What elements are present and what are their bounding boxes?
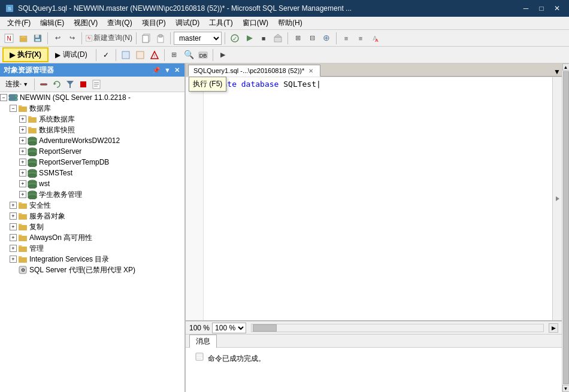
menu-file[interactable]: 文件(F) xyxy=(2,17,35,29)
connect-dropdown-icon[interactable]: ▼ xyxy=(23,81,28,87)
scroll-thumb-v[interactable] xyxy=(563,71,569,384)
oe-stop-btn[interactable] xyxy=(77,78,89,90)
scrollbar-horizontal[interactable] xyxy=(251,324,544,332)
tree-management[interactable]: + 管理 xyxy=(0,243,184,254)
svg-text:🔍: 🔍 xyxy=(184,50,193,60)
open-btn[interactable] xyxy=(17,32,30,45)
menu-debug[interactable]: 调试(D) xyxy=(171,17,205,29)
tree-server-objects[interactable]: + 服务器对象 xyxy=(0,211,184,221)
tb-btn8[interactable]: ≡ xyxy=(340,32,353,45)
oe-arrow-btn[interactable]: ▼ xyxy=(163,66,172,74)
tree-ssmstest[interactable]: + SSMSTest xyxy=(0,168,184,178)
tree-snapshots[interactable]: + 数据库快照 xyxy=(0,124,184,135)
oe-filter-btn[interactable] xyxy=(64,78,76,90)
sql-agent-toggle[interactable]: + xyxy=(10,266,17,274)
query-tab[interactable]: SQLQuery1.sql -...\pc20160818 (52))* ✕ xyxy=(188,65,320,77)
minimize-button[interactable]: ─ xyxy=(519,2,533,14)
tree-integration-services[interactable]: + Integration Services 目录 xyxy=(0,254,184,265)
alwayson-toggle[interactable]: + xyxy=(10,234,17,241)
zoom-dropdown[interactable]: 100 % 75 % 125 % 150 % xyxy=(212,323,246,333)
q-btn1[interactable] xyxy=(119,48,132,62)
tree-security[interactable]: + 安全性 xyxy=(0,200,184,211)
q-btn4[interactable]: ⊞ xyxy=(168,48,181,62)
server-objects-toggle[interactable]: + xyxy=(10,212,17,220)
oe-close-btn[interactable]: ✕ xyxy=(173,66,181,74)
snapshots-toggle[interactable]: + xyxy=(19,126,26,133)
tree-sql-agent[interactable]: + ⚙ SQL Server 代理(已禁用代理 XP) xyxy=(0,265,184,275)
maximize-button[interactable]: □ xyxy=(534,2,549,14)
menu-query[interactable]: 查询(Q) xyxy=(102,17,137,29)
tree-wst[interactable]: + wst xyxy=(0,178,184,189)
tree-systemdbs[interactable]: + 系统数据库 xyxy=(0,114,184,124)
systemdbs-toggle[interactable]: + xyxy=(19,116,26,123)
tb-btn7[interactable]: ⊕ xyxy=(320,32,333,45)
security-toggle[interactable]: + xyxy=(10,202,17,209)
tb-btn10[interactable]: AA xyxy=(368,32,382,45)
reportservertempdb-toggle[interactable]: + xyxy=(19,159,26,166)
menu-edit[interactable]: 编辑(E) xyxy=(35,17,69,29)
server-toggle[interactable]: − xyxy=(0,94,7,101)
adventureworks-toggle[interactable]: + xyxy=(19,137,26,144)
copy-btn[interactable] xyxy=(140,32,153,45)
tree-adventureworks[interactable]: + AdventureWorksDW2012 xyxy=(0,135,184,146)
tb-btn3[interactable]: ■ xyxy=(257,32,270,45)
scroll-up-btn[interactable]: ▲ xyxy=(562,63,570,71)
window-controls[interactable]: ─ □ ✕ xyxy=(519,2,564,14)
oe-disconnect-btn[interactable] xyxy=(38,78,50,90)
results-messages-tab[interactable]: 消息 xyxy=(189,335,217,348)
integration-services-toggle[interactable]: + xyxy=(10,256,17,263)
tree-alwayson[interactable]: + AlwaysOn 高可用性 xyxy=(0,232,184,243)
ssmstest-toggle[interactable]: + xyxy=(19,169,26,177)
debug-button[interactable]: ▶ 调试(D) xyxy=(50,48,93,62)
menu-project[interactable]: 项目(P) xyxy=(137,17,171,29)
menu-help[interactable]: 帮助(H) xyxy=(273,17,307,29)
management-toggle[interactable]: + xyxy=(10,245,17,252)
tb-btn5[interactable]: ⊞ xyxy=(291,32,304,45)
execute-button[interactable]: ▶ 执行(X) xyxy=(2,47,49,62)
tree-student[interactable]: + 学生教务管理 xyxy=(0,189,184,200)
menu-tools[interactable]: 工具(T) xyxy=(204,17,237,29)
databases-toggle[interactable]: − xyxy=(10,105,17,112)
oe-refresh-btn[interactable] xyxy=(51,78,63,90)
tab-close-btn[interactable]: ✕ xyxy=(308,68,314,74)
menu-window[interactable]: 窗口(W) xyxy=(238,17,273,29)
q-btn5[interactable]: 🔍 xyxy=(182,48,195,62)
redo-btn[interactable]: ↪ xyxy=(65,32,78,45)
undo-btn[interactable]: ↩ xyxy=(51,32,64,45)
close-button[interactable]: ✕ xyxy=(550,2,564,14)
scroll-thumb[interactable] xyxy=(253,324,277,332)
database-dropdown[interactable]: master model msdb tempdb xyxy=(174,32,222,45)
q-btn7[interactable]: ▶ xyxy=(216,48,229,62)
student-toggle[interactable]: + xyxy=(19,191,26,198)
tree-replication[interactable]: + 复制 xyxy=(0,221,184,232)
tree-databases[interactable]: − 数据库 xyxy=(0,103,184,114)
scroll-down-btn[interactable]: ▼ xyxy=(562,385,570,392)
replication-toggle[interactable]: + xyxy=(10,223,17,230)
code-content[interactable]: create database SQLTest xyxy=(204,77,552,320)
tab-scroll-btn[interactable]: ▼ xyxy=(552,68,562,77)
tb-btn9[interactable]: ≡ xyxy=(354,32,367,45)
tree-server[interactable]: − NEWWIN (SQL Server 11.0.2218 - xyxy=(0,92,184,103)
oe-connect-btn[interactable]: 连接· ▼ xyxy=(2,78,31,90)
oe-report-btn[interactable] xyxy=(90,78,102,90)
tb-btn4[interactable] xyxy=(271,32,284,45)
tb-btn6[interactable]: ⊟ xyxy=(305,32,319,45)
q-btn2[interactable] xyxy=(134,48,147,62)
q-btn6[interactable]: DB xyxy=(196,48,210,62)
paste-btn[interactable] xyxy=(154,32,167,45)
new-query-icon-btn[interactable]: N 新建查询(N) xyxy=(85,32,133,45)
reportserver-toggle[interactable]: + xyxy=(19,148,26,155)
tree-reportservertempdb[interactable]: + ReportServerTempDB xyxy=(0,157,184,168)
menu-view[interactable]: 视图(V) xyxy=(69,17,102,29)
q-btn3[interactable]: ! xyxy=(148,48,161,62)
tree-reportserver[interactable]: + ReportServer xyxy=(0,146,184,157)
code-editor[interactable]: 1 create database SQLTest xyxy=(186,77,562,320)
tb-btn1[interactable]: ✓ xyxy=(228,32,241,45)
wst-toggle[interactable]: + xyxy=(19,180,26,187)
save-btn[interactable] xyxy=(31,32,44,45)
scroll-right-btn[interactable]: ▶ xyxy=(549,323,558,333)
new-query-btn[interactable]: N xyxy=(2,32,16,45)
oe-pin-btn[interactable]: 📌 xyxy=(151,66,162,74)
check-syntax-btn[interactable]: ✓ xyxy=(99,48,113,62)
tb-btn2[interactable] xyxy=(243,32,256,45)
